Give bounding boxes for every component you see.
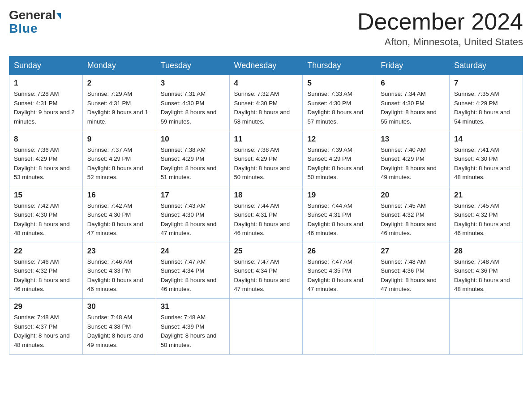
day-info: Sunrise: 7:33 AMSunset: 4:30 PMDaylight:… [307, 90, 371, 126]
calendar-cell [450, 299, 523, 355]
day-info: Sunrise: 7:48 AMSunset: 4:39 PMDaylight:… [161, 313, 225, 350]
day-number: 2 [87, 79, 151, 88]
day-number: 31 [161, 302, 225, 311]
calendar-cell [376, 299, 450, 355]
day-info: Sunrise: 7:32 AMSunset: 4:30 PMDaylight:… [234, 90, 298, 126]
calendar-cell: 14Sunrise: 7:41 AMSunset: 4:30 PMDayligh… [450, 131, 523, 187]
title-block: December 2024 Afton, Minnesota, United S… [357, 9, 523, 48]
calendar-cell: 9Sunrise: 7:37 AMSunset: 4:29 PMDaylight… [82, 131, 156, 187]
day-info: Sunrise: 7:44 AMSunset: 4:31 PMDaylight:… [234, 201, 298, 238]
day-info: Sunrise: 7:47 AMSunset: 4:34 PMDaylight:… [161, 257, 225, 294]
day-number: 16 [87, 191, 151, 200]
day-info: Sunrise: 7:48 AMSunset: 4:36 PMDaylight:… [381, 257, 445, 294]
weekday-header-tuesday: Tuesday [156, 56, 229, 75]
weekday-header-monday: Monday [82, 56, 156, 75]
location-subtitle: Afton, Minnesota, United States [357, 36, 523, 48]
day-number: 18 [234, 191, 298, 200]
day-number: 10 [161, 135, 225, 144]
day-info: Sunrise: 7:46 AMSunset: 4:33 PMDaylight:… [87, 257, 151, 294]
logo-triangle-icon [56, 13, 61, 19]
day-number: 3 [161, 79, 225, 88]
day-number: 9 [87, 135, 151, 144]
day-info: Sunrise: 7:48 AMSunset: 4:36 PMDaylight:… [454, 257, 518, 294]
day-info: Sunrise: 7:48 AMSunset: 4:37 PMDaylight:… [14, 313, 78, 350]
day-info: Sunrise: 7:47 AMSunset: 4:35 PMDaylight:… [307, 257, 371, 294]
calendar-cell: 20Sunrise: 7:45 AMSunset: 4:32 PMDayligh… [376, 187, 450, 243]
calendar-cell: 28Sunrise: 7:48 AMSunset: 4:36 PMDayligh… [450, 243, 523, 299]
day-info: Sunrise: 7:45 AMSunset: 4:32 PMDaylight:… [454, 201, 518, 238]
calendar-cell: 6Sunrise: 7:34 AMSunset: 4:30 PMDaylight… [376, 75, 450, 131]
logo-general-text: General [9, 9, 61, 21]
day-number: 21 [454, 191, 518, 200]
day-number: 4 [234, 79, 298, 88]
day-number: 20 [381, 191, 445, 200]
calendar-table: SundayMondayTuesdayWednesdayThursdayFrid… [9, 56, 523, 355]
day-number: 30 [87, 302, 151, 311]
day-number: 24 [161, 247, 225, 256]
day-info: Sunrise: 7:31 AMSunset: 4:30 PMDaylight:… [161, 90, 225, 126]
day-number: 27 [381, 247, 445, 256]
day-info: Sunrise: 7:48 AMSunset: 4:38 PMDaylight:… [87, 313, 151, 350]
day-info: Sunrise: 7:38 AMSunset: 4:29 PMDaylight:… [161, 146, 225, 182]
day-info: Sunrise: 7:38 AMSunset: 4:29 PMDaylight:… [234, 146, 298, 182]
calendar-cell: 8Sunrise: 7:36 AMSunset: 4:29 PMDaylight… [9, 131, 83, 187]
calendar-cell: 12Sunrise: 7:39 AMSunset: 4:29 PMDayligh… [303, 131, 376, 187]
week-row-1: 1Sunrise: 7:28 AMSunset: 4:31 PMDaylight… [9, 75, 523, 131]
calendar-cell: 3Sunrise: 7:31 AMSunset: 4:30 PMDaylight… [156, 75, 229, 131]
day-info: Sunrise: 7:41 AMSunset: 4:30 PMDaylight:… [454, 146, 518, 182]
calendar-cell: 16Sunrise: 7:42 AMSunset: 4:30 PMDayligh… [82, 187, 156, 243]
day-info: Sunrise: 7:44 AMSunset: 4:31 PMDaylight:… [307, 201, 371, 238]
day-number: 19 [307, 191, 371, 200]
day-number: 5 [307, 79, 371, 88]
day-number: 12 [307, 135, 371, 144]
day-number: 26 [307, 247, 371, 256]
calendar-cell: 22Sunrise: 7:46 AMSunset: 4:32 PMDayligh… [9, 243, 83, 299]
day-info: Sunrise: 7:34 AMSunset: 4:30 PMDaylight:… [381, 90, 445, 126]
week-row-4: 22Sunrise: 7:46 AMSunset: 4:32 PMDayligh… [9, 243, 523, 299]
day-info: Sunrise: 7:43 AMSunset: 4:30 PMDaylight:… [161, 201, 225, 238]
calendar-cell: 13Sunrise: 7:40 AMSunset: 4:29 PMDayligh… [376, 131, 450, 187]
day-number: 17 [161, 191, 225, 200]
week-row-3: 15Sunrise: 7:42 AMSunset: 4:30 PMDayligh… [9, 187, 523, 243]
calendar-cell: 31Sunrise: 7:48 AMSunset: 4:39 PMDayligh… [156, 299, 229, 355]
day-number: 6 [381, 79, 445, 88]
calendar-cell: 25Sunrise: 7:47 AMSunset: 4:34 PMDayligh… [229, 243, 303, 299]
calendar-cell: 11Sunrise: 7:38 AMSunset: 4:29 PMDayligh… [229, 131, 303, 187]
weekday-header-wednesday: Wednesday [229, 56, 303, 75]
day-info: Sunrise: 7:47 AMSunset: 4:34 PMDaylight:… [234, 257, 298, 294]
day-number: 1 [14, 79, 78, 88]
day-info: Sunrise: 7:46 AMSunset: 4:32 PMDaylight:… [14, 257, 78, 294]
day-info: Sunrise: 7:35 AMSunset: 4:29 PMDaylight:… [454, 90, 518, 126]
logo: General Blue [9, 9, 61, 36]
calendar-cell: 4Sunrise: 7:32 AMSunset: 4:30 PMDaylight… [229, 75, 303, 131]
calendar-cell: 23Sunrise: 7:46 AMSunset: 4:33 PMDayligh… [82, 243, 156, 299]
day-number: 14 [454, 135, 518, 144]
weekday-header-friday: Friday [376, 56, 450, 75]
weekday-header-row: SundayMondayTuesdayWednesdayThursdayFrid… [9, 56, 523, 75]
calendar-cell [229, 299, 303, 355]
calendar-cell: 27Sunrise: 7:48 AMSunset: 4:36 PMDayligh… [376, 243, 450, 299]
day-info: Sunrise: 7:42 AMSunset: 4:30 PMDaylight:… [87, 201, 151, 238]
day-number: 28 [454, 247, 518, 256]
weekday-header-thursday: Thursday [303, 56, 376, 75]
weekday-header-saturday: Saturday [450, 56, 523, 75]
day-number: 23 [87, 247, 151, 256]
calendar-cell: 19Sunrise: 7:44 AMSunset: 4:31 PMDayligh… [303, 187, 376, 243]
day-info: Sunrise: 7:28 AMSunset: 4:31 PMDaylight:… [14, 90, 78, 126]
day-info: Sunrise: 7:36 AMSunset: 4:29 PMDaylight:… [14, 146, 78, 182]
day-info: Sunrise: 7:37 AMSunset: 4:29 PMDaylight:… [87, 146, 151, 182]
calendar-cell: 7Sunrise: 7:35 AMSunset: 4:29 PMDaylight… [450, 75, 523, 131]
calendar-cell: 21Sunrise: 7:45 AMSunset: 4:32 PMDayligh… [450, 187, 523, 243]
day-number: 22 [14, 247, 78, 256]
calendar-cell: 15Sunrise: 7:42 AMSunset: 4:30 PMDayligh… [9, 187, 83, 243]
calendar-cell: 5Sunrise: 7:33 AMSunset: 4:30 PMDaylight… [303, 75, 376, 131]
day-number: 8 [14, 135, 78, 144]
day-number: 13 [381, 135, 445, 144]
day-info: Sunrise: 7:39 AMSunset: 4:29 PMDaylight:… [307, 146, 371, 182]
logo-blue-text: Blue [9, 21, 38, 36]
calendar-cell: 18Sunrise: 7:44 AMSunset: 4:31 PMDayligh… [229, 187, 303, 243]
day-number: 25 [234, 247, 298, 256]
calendar-cell: 26Sunrise: 7:47 AMSunset: 4:35 PMDayligh… [303, 243, 376, 299]
day-number: 15 [14, 191, 78, 200]
week-row-5: 29Sunrise: 7:48 AMSunset: 4:37 PMDayligh… [9, 299, 523, 355]
